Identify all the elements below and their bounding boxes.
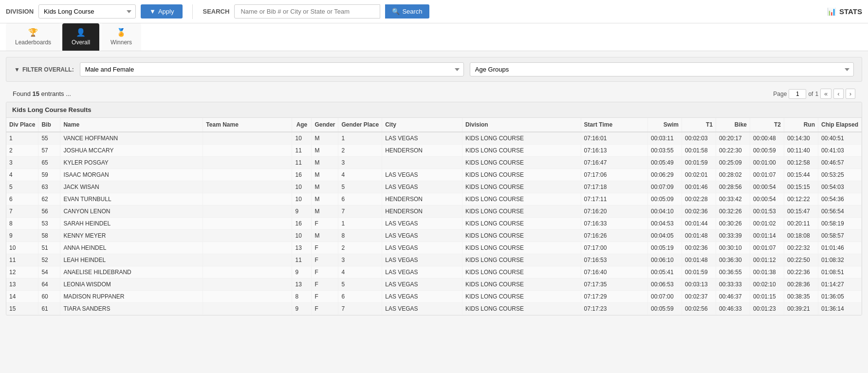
search-button[interactable]: 🔍 Search (385, 4, 429, 19)
cell-gplace: 3 (338, 157, 382, 169)
cell-t2: 00:02:10 (750, 279, 784, 291)
search-icon: 🔍 (392, 8, 400, 15)
cell-name: ANNA HEINDEL (60, 242, 203, 254)
cell-gplace: 8 (338, 230, 382, 242)
page-prev-button[interactable]: ‹ (833, 89, 843, 99)
cell-city: LAS VEGAS (382, 266, 462, 279)
cell-team (203, 242, 292, 254)
gender-filter-select[interactable]: Male and Female Male Female (80, 62, 464, 76)
cell-chip: 00:54:36 (818, 193, 861, 205)
table-row: 662EVAN TURNBULL10M6HENDERSONKIDS LONG C… (6, 193, 862, 205)
cell-city: HENDERSON (382, 205, 462, 218)
cell-div: KIDS LONG COURSE (462, 145, 581, 157)
page-input[interactable] (789, 89, 806, 99)
page-label: Page (773, 91, 787, 97)
table-row: 1254ANAELISE HILDEBRAND9F4LAS VEGASKIDS … (6, 266, 862, 279)
leaderboards-icon: 🏆 (28, 28, 38, 37)
search-input[interactable] (234, 4, 380, 19)
cell-team (203, 205, 292, 218)
cell-team (203, 303, 292, 315)
cell-swim: 00:03:55 (647, 145, 682, 157)
cell-chip: 01:36:14 (818, 303, 861, 315)
cell-age: 10 (292, 230, 312, 242)
page-of: of (808, 91, 813, 97)
table-row: 257JOSHUA MCCARY11M2HENDERSONKIDS LONG C… (6, 145, 862, 157)
cell-start: 07:17:35 (581, 279, 647, 291)
cell-team (203, 181, 292, 193)
cell-bib: 61 (38, 303, 60, 315)
cell-gplace: 5 (338, 181, 382, 193)
cell-div: KIDS LONG COURSE (462, 230, 581, 242)
cell-name: VANCE HOFFMANN (60, 132, 203, 145)
cell-city: LAS VEGAS (382, 181, 462, 193)
tab-overall[interactable]: 👤 Overall (62, 23, 99, 51)
cell-name: JACK WISAN (60, 181, 203, 193)
cell-name: LEONIA WISDOM (60, 279, 203, 291)
cell-t2: 00:00:54 (750, 193, 784, 205)
cell-t2: 00:01:00 (750, 157, 784, 169)
cell-place: 14 (6, 291, 38, 303)
cell-bike: 00:32:26 (716, 205, 750, 218)
cell-t1: 00:01:59 (682, 157, 716, 169)
cell-bike: 00:25:09 (716, 157, 750, 169)
cell-age: 9 (292, 205, 312, 218)
cell-run: 00:28:36 (784, 279, 818, 291)
cell-chip: 01:14:27 (818, 279, 861, 291)
tab-leaderboards[interactable]: 🏆 Leaderboards (6, 23, 60, 51)
cell-age: 10 (292, 132, 312, 145)
cell-bib: 57 (38, 145, 60, 157)
cell-t1: 00:01:48 (682, 230, 716, 242)
results-tbody: 155VANCE HOFFMANN10M1LAS VEGASKIDS LONG … (6, 132, 862, 315)
cell-bike: 00:22:30 (716, 145, 750, 157)
stats-button[interactable]: 📊 STATS (827, 7, 862, 16)
cell-city: LAS VEGAS (382, 254, 462, 266)
cell-start: 07:16:33 (581, 218, 647, 230)
cell-swim: 00:07:00 (647, 291, 682, 303)
cell-div: KIDS LONG COURSE (462, 303, 581, 315)
cell-chip: 00:58:57 (818, 230, 861, 242)
cell-chip: 00:40:51 (818, 132, 861, 145)
cell-bike: 00:46:33 (716, 303, 750, 315)
cell-t1: 00:02:36 (682, 205, 716, 218)
tab-overall-label: Overall (72, 39, 90, 46)
cell-start: 07:17:06 (581, 169, 647, 181)
cell-chip: 01:08:51 (818, 266, 861, 279)
cell-bib: 53 (38, 218, 60, 230)
divider (192, 4, 193, 19)
cell-run: 00:22:32 (784, 242, 818, 254)
col-header-run: Run (784, 118, 818, 132)
cell-start: 07:16:20 (581, 205, 647, 218)
division-select[interactable]: Kids Long Course (38, 4, 136, 19)
apply-button[interactable]: ▼ Apply (141, 4, 183, 19)
cell-gplace: 1 (338, 218, 382, 230)
cell-gender: F (312, 242, 338, 254)
cell-bib: 64 (38, 279, 60, 291)
cell-start: 07:16:13 (581, 145, 647, 157)
tab-winners[interactable]: 🏅 Winners (101, 23, 141, 51)
overall-icon: 👤 (76, 28, 86, 37)
cell-gender: F (312, 266, 338, 279)
cell-run: 00:18:08 (784, 230, 818, 242)
page-first-button[interactable]: « (820, 89, 831, 99)
cell-age: 8 (292, 291, 312, 303)
cell-gplace: 6 (338, 193, 382, 205)
cell-t1: 00:02:03 (682, 132, 716, 145)
cell-run: 00:22:36 (784, 266, 818, 279)
stats-icon: 📊 (827, 7, 836, 16)
page-next-button[interactable]: › (846, 89, 855, 99)
col-header-bib: Bib (38, 118, 60, 132)
winners-icon: 🏅 (116, 28, 126, 37)
cell-gender: F (312, 218, 338, 230)
age-group-filter-select[interactable]: Age Groups (470, 62, 854, 76)
cell-chip: 00:54:03 (818, 181, 861, 193)
cell-age: 16 (292, 218, 312, 230)
cell-team (203, 145, 292, 157)
cell-swim: 00:05:41 (647, 266, 682, 279)
table-row: 365KYLER POSGAY11M3KIDS LONG COURSE07:16… (6, 157, 862, 169)
cell-team (203, 132, 292, 145)
division-label: DIVISION (6, 8, 34, 15)
cell-swim: 00:05:09 (647, 193, 682, 205)
col-header-chip-elapsed: Chip Elapsed (818, 118, 861, 132)
cell-swim: 00:03:11 (647, 132, 682, 145)
found-text: Found 15 entrants ... (6, 87, 78, 100)
